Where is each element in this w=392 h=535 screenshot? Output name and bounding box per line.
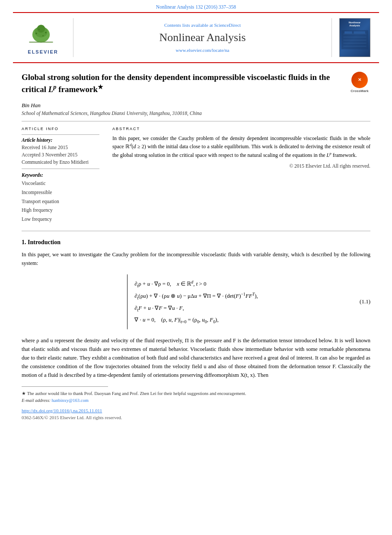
equation-1-1-container: ∂tρ + u · ∇ρ = 0, x ∈ ℝd, t > 0 ∂t(ρu) +…	[22, 274, 370, 329]
keyword-1: Viscoelastic	[22, 179, 99, 188]
keyword-3: Transport equation	[22, 197, 99, 206]
communicated-by: Communicated by Enzo Mitidieri	[22, 159, 99, 166]
elsevier-tree-logo	[24, 21, 63, 47]
svg-point-5	[45, 32, 47, 34]
crossmark-label: CrossMark	[351, 89, 368, 94]
svg-point-6	[38, 29, 40, 30]
issn-line: 0362-546X/© 2015 Elsevier Ltd. All right…	[22, 415, 370, 420]
footnote-email-link[interactable]: hanbinxy@163.com	[52, 398, 89, 403]
footnote-divider	[22, 386, 108, 387]
abstract-copyright: © 2015 Elsevier Ltd. All rights reserved…	[112, 163, 370, 169]
svg-rect-15	[344, 32, 352, 34]
article-info-column: ARTICLE INFO Article history: Received 1…	[22, 127, 99, 224]
doi-link[interactable]: http://dx.doi.org/10.1016/j.na.2015.11.0…	[22, 408, 370, 413]
eq-line-1: ∂tρ + u · ∇ρ = 0, x ∈ ℝd, t > 0	[134, 278, 258, 290]
footnote-star-text: ★ The author would like to thank Prof. D…	[22, 391, 246, 396]
accepted-date: Accepted 3 November 2015	[22, 151, 99, 159]
keyword-2: Incompressible	[22, 188, 99, 197]
elsevier-logo-area: ELSEVIER	[22, 18, 73, 57]
article-content: Global strong solution for the density d…	[22, 63, 370, 429]
received-date: Received 16 June 2015	[22, 144, 99, 151]
svg-rect-16	[354, 32, 365, 34]
page: Nonlinear Analysis 132 (2016) 337–358	[0, 0, 392, 535]
equation-1-1: ∂tρ + u · ∇ρ = 0, x ∈ ℝd, t > 0 ∂t(ρu) +…	[127, 274, 265, 329]
abstract-text: In this paper, we consider the Cauchy pr…	[112, 134, 370, 159]
svg-point-3	[37, 25, 45, 32]
title-divider	[22, 121, 370, 121]
journal-reference-link[interactable]: Nonlinear Analysis 132 (2016) 337–358	[0, 0, 392, 12]
abstract-bottom-divider	[22, 231, 370, 231]
crossmark-badge[interactable]: ✕ CrossMark	[349, 72, 370, 94]
cover-decoration-svg	[341, 29, 368, 51]
author-name: Bin Han	[22, 102, 370, 109]
crossmark-icon: ✕	[351, 72, 368, 88]
abstract-column: ABSTRACT In this paper, we consider the …	[112, 127, 370, 224]
journal-center-info: Contents lists available at ScienceDirec…	[73, 18, 331, 57]
eq-line-4: ∇ · u = 0, (ρ, u, F)|t=0 = (ρ0, u0, F0),	[134, 314, 258, 326]
article-title-block: Global strong solution for the density d…	[22, 72, 370, 95]
intro-paragraph-2: where ρ and u represent the density and …	[22, 336, 370, 379]
footnote-email-label: E-mail address: hanbinxy@163.com	[22, 398, 89, 403]
intro-paragraph-1: In this paper, we want to investigate th…	[22, 250, 370, 268]
svg-point-7	[42, 35, 44, 36]
keyword-4: High frequency	[22, 206, 99, 215]
info-top-divider	[22, 134, 99, 135]
footnote-star: ★ The author would like to thank Prof. D…	[22, 390, 370, 404]
journal-cover-area: Nonlinear Analysis	[331, 18, 370, 57]
eq-line-2: ∂t(ρu) + ∇ · (ρu ⊗ u) − μΔu + ∇Π = ∇ · (…	[134, 290, 258, 302]
eq-line-3: ∂tF + u · ∇F = ∇u · F,	[134, 303, 258, 314]
introduction-title: 1. Introduction	[22, 239, 370, 246]
contents-available-text: Contents lists available at ScienceDirec…	[164, 22, 241, 28]
equation-number-1-1: (1.1)	[360, 298, 370, 305]
journal-ref-text[interactable]: Nonlinear Analysis 132 (2016) 337–358	[156, 4, 236, 10]
journal-header: ELSEVIER Contents lists available at Sci…	[13, 12, 379, 63]
keywords-label: Keywords:	[22, 172, 99, 178]
svg-point-4	[35, 33, 37, 35]
keyword-5: Low frequency	[22, 215, 99, 224]
article-info-header: ARTICLE INFO	[22, 127, 99, 131]
sciencedirect-link[interactable]: ScienceDirect	[214, 22, 241, 28]
cover-title-line1: Nonlinear	[349, 21, 361, 24]
abstract-header: ABSTRACT	[112, 127, 370, 131]
cover-title-line2: Analysis	[349, 24, 360, 27]
info-abstract-columns: ARTICLE INFO Article history: Received 1…	[22, 127, 370, 224]
elsevier-label: ELSEVIER	[28, 49, 58, 54]
author-affiliation: School of Mathematical Sciences, Hangzho…	[22, 111, 370, 116]
journal-url[interactable]: www.elsevier.com/locate/na	[176, 48, 229, 53]
info-mid-divider	[22, 169, 99, 169]
svg-rect-8	[29, 42, 53, 43]
journal-title: Nonlinear Analysis	[159, 31, 245, 44]
history-label: Article history:	[22, 137, 99, 143]
article-title-text: Global strong solution for the density d…	[22, 72, 349, 95]
journal-cover-thumbnail: Nonlinear Analysis	[339, 18, 370, 57]
